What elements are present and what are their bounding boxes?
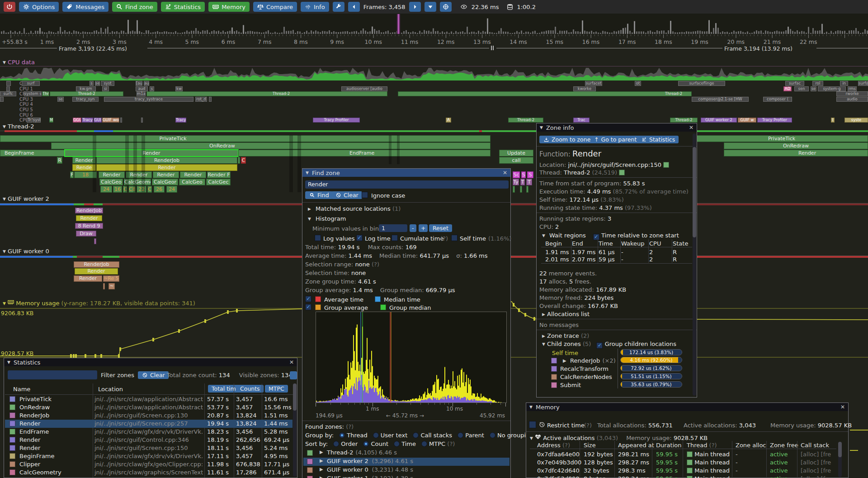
timeline-zone[interactable]: OnRedraw bbox=[51, 142, 491, 149]
min-bin-input[interactable]: 1 bbox=[379, 224, 407, 232]
collapse-icon[interactable]: ▼ bbox=[7, 360, 10, 364]
thread-header[interactable]: ▼ GUIF worker 2 bbox=[3, 195, 49, 202]
zone-info-scrollbar[interactable] bbox=[693, 133, 696, 396]
show-group-checkbox[interactable] bbox=[305, 304, 311, 310]
expand-icon[interactable]: ▶ bbox=[320, 458, 323, 463]
stats-col-mtpc[interactable]: MTPC bbox=[265, 385, 288, 393]
timeline-zone[interactable]: 24 bbox=[166, 186, 177, 193]
cpu-zone[interactable] bbox=[209, 97, 212, 102]
stats-table-row[interactable]: Renderjni/../jni/src/guif/Screen.cpp:150… bbox=[5, 444, 292, 452]
timeline-zone[interactable]: Render bbox=[126, 171, 152, 178]
timeline-zone[interactable]: Draw bbox=[76, 231, 96, 237]
cpu-zone[interactable]: Thread-2 bbox=[670, 118, 698, 123]
alloc-callstack[interactable]: [alloc] [fre bbox=[801, 451, 831, 458]
stats-table-row[interactable]: CalcGeometryjni/../jni/src/claw/graphics… bbox=[5, 469, 292, 477]
cpu-zone[interactable]: rol bbox=[812, 81, 823, 86]
compare-button[interactable]: Compare bbox=[253, 2, 297, 12]
cpu-zone[interactable]: composer ( bbox=[763, 97, 792, 102]
location-value[interactable]: jni/../jni/src/guif/Screen.cpp:150 bbox=[568, 161, 661, 168]
cpu-zone[interactable]: sen bbox=[794, 86, 809, 91]
timeline-zone[interactable] bbox=[526, 186, 528, 193]
timeline-zone[interactable]: Render bbox=[65, 150, 238, 156]
stats-table-row[interactable]: Renderjni/../jni/src/guif/Control.cpp:34… bbox=[5, 436, 292, 444]
self-time-checkbox[interactable] bbox=[451, 235, 458, 241]
cpu-zone[interactable]: AD bbox=[783, 86, 792, 91]
expand-icon[interactable]: ▶ bbox=[308, 207, 311, 211]
cumulate-time-checkbox[interactable] bbox=[392, 235, 398, 241]
stats-table-row[interactable]: OnRedrawjni/../jni/src/claw/application/… bbox=[5, 403, 292, 412]
timeline-zone[interactable]: T bbox=[526, 179, 532, 185]
cpu-zone[interactable]: aud bbox=[136, 86, 148, 91]
timeline-zone[interactable]: ~ bbox=[108, 283, 115, 289]
stats-col-total-time[interactable]: Total tim bbox=[208, 385, 240, 393]
cpu-zone[interactable]: audio bbox=[836, 97, 868, 102]
mem-col-address[interactable]: Address (?) bbox=[537, 442, 570, 449]
cpu-zone[interactable]: m1a bbox=[137, 91, 146, 96]
memory-button[interactable]: Memory bbox=[208, 2, 250, 12]
cpu-zone[interactable]: surfa bbox=[858, 81, 868, 86]
stats-table-row[interactable]: Clipperjni/../jni/src/claw/gfx/geo/Clipp… bbox=[5, 460, 292, 469]
cpu-zone[interactable]: GUIF w bbox=[738, 118, 756, 123]
sort-by-radio-mtpc[interactable] bbox=[421, 441, 427, 447]
timeline-zone[interactable]: Update bbox=[499, 150, 533, 156]
timeline-zone[interactable]: Render F bbox=[207, 171, 231, 178]
allocations-list-section[interactable]: ▶ Allocations list bbox=[542, 311, 590, 317]
cpu-zone[interactable] bbox=[0, 97, 4, 102]
collapse-icon[interactable]: ▼ bbox=[540, 125, 543, 130]
cpu-zone[interactable]: system-g bbox=[818, 86, 846, 91]
axis-span[interactable]: ← 45.72 ms → bbox=[386, 412, 424, 419]
cpu-zone[interactable]: rworke bbox=[836, 91, 868, 96]
child-zones-section[interactable]: ▼ Child zones (5) Group children locatio… bbox=[542, 341, 676, 349]
stats-table-row[interactable]: RenderJobjni/../jni/src/guif/Screen.cpp:… bbox=[5, 412, 292, 420]
cpu-zone[interactable]: GGUIF bbox=[73, 118, 81, 123]
options-button[interactable]: Options bbox=[19, 2, 59, 12]
mem-col-call-stack[interactable]: Call stack bbox=[801, 442, 829, 449]
sort-by-radio-order[interactable] bbox=[333, 441, 339, 447]
cpu-zone[interactable]: tracy_syn bbox=[72, 97, 99, 102]
timeline-zone[interactable] bbox=[94, 238, 96, 244]
stats-table-row[interactable]: PrivateTickjni/../jni/src/claw/applicati… bbox=[5, 395, 292, 403]
show-avg-med-checkbox[interactable] bbox=[305, 296, 311, 302]
timeline-zone[interactable]: R bbox=[57, 157, 62, 164]
collapse-icon[interactable]: ▼ bbox=[542, 342, 545, 346]
find-button[interactable]: Find bbox=[305, 191, 333, 199]
found-zone-group-row[interactable]: ▶GUIF worker 1(3,192) 4.39 s bbox=[303, 475, 509, 478]
cpu-zone[interactable]: surfacet bbox=[585, 81, 602, 86]
cpu-zone[interactable]: surfc bbox=[0, 91, 16, 96]
find-zone-titlebar[interactable]: ▼ Find zone ✕ bbox=[302, 169, 510, 177]
cpu-zone[interactable]: syste bbox=[844, 118, 868, 123]
alloc-thread[interactable]: Main thread bbox=[687, 451, 730, 458]
cpu-zone[interactable]: system se bbox=[24, 91, 42, 96]
stats-table-row[interactable]: EndFramejni/../jni/src/claw/gfx/drv/vk/D… bbox=[5, 428, 292, 436]
alloc-appeared[interactable]: 298.21 ms bbox=[618, 451, 649, 458]
find-zone-button[interactable]: Find zone bbox=[112, 2, 157, 12]
statistics-titlebar[interactable]: ▼ Statistics ✕ bbox=[4, 358, 297, 366]
prev-frame-button[interactable] bbox=[348, 2, 360, 12]
group-children-checkbox[interactable] bbox=[596, 342, 603, 349]
timeline-zone[interactable]: CalcGeo bbox=[99, 179, 123, 185]
mem-col-duration[interactable]: Duration bbox=[656, 442, 681, 449]
frame-label[interactable]: Frame 3,193 (22.45 ms) bbox=[59, 45, 127, 52]
histogram-section[interactable]: ▼ Histogram bbox=[308, 215, 346, 222]
ignore-case-checkbox[interactable] bbox=[362, 192, 368, 198]
timeline-zone[interactable]: F bbox=[70, 171, 74, 178]
mem-col-thread[interactable]: Thread (?) bbox=[687, 442, 717, 449]
memory-scrollbar[interactable] bbox=[838, 442, 842, 477]
frame-overview-graph[interactable] bbox=[0, 14, 868, 34]
cpu-zone[interactable]: in bbox=[840, 81, 848, 86]
cpu-zone[interactable] bbox=[6, 86, 10, 91]
cpu-zone[interactable]: si bbox=[102, 86, 109, 91]
cpu-zone[interactable] bbox=[6, 81, 11, 86]
collapse-icon[interactable]: ▼ bbox=[3, 249, 6, 254]
timeline-zone[interactable]: Render bbox=[76, 215, 102, 221]
memory-titlebar[interactable]: ▼ Memory ✕ bbox=[526, 403, 848, 411]
source-color-swatch[interactable] bbox=[663, 162, 669, 168]
group-by-radio-parent[interactable] bbox=[458, 432, 463, 438]
timeline-zone[interactable]: CalcGeo bbox=[179, 179, 205, 185]
timeline-zone[interactable]: T bbox=[520, 179, 525, 185]
found-zone-group-row[interactable]: ▶Thread-2(4,105) 6.46 s bbox=[303, 449, 509, 457]
found-zone-group-row[interactable]: ▶GUIF worker 0(3,231) 4.48 s bbox=[303, 466, 509, 474]
cpu-zone[interactable]: Tracy S bbox=[175, 118, 186, 123]
timeline-zone[interactable]: Render bbox=[75, 268, 118, 274]
cpu-zone[interactable]: kw bbox=[175, 86, 183, 91]
